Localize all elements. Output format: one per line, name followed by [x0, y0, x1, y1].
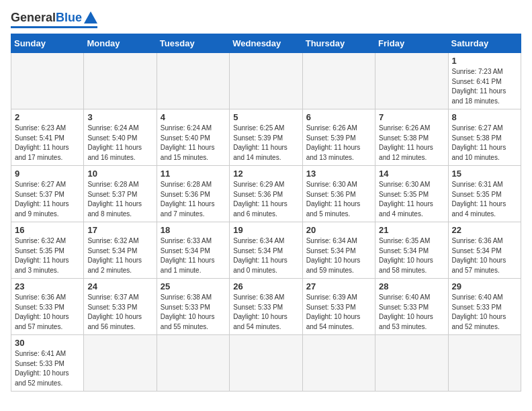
day-number: 8 — [452, 112, 517, 122]
calendar-week-row: 9Sunrise: 6:27 AM Sunset: 5:37 PM Daylig… — [11, 166, 521, 222]
day-number: 28 — [379, 281, 444, 291]
calendar-day-cell: 24Sunrise: 6:37 AM Sunset: 5:33 PM Dayli… — [84, 279, 157, 335]
day-number: 29 — [452, 281, 517, 291]
calendar-day-cell: 16Sunrise: 6:32 AM Sunset: 5:35 PM Dayli… — [11, 222, 84, 279]
day-info: Sunrise: 6:24 AM Sunset: 5:40 PM Dayligh… — [87, 124, 152, 163]
calendar-day-cell — [84, 335, 157, 392]
day-info: Sunrise: 7:23 AM Sunset: 6:41 PM Dayligh… — [452, 67, 517, 106]
calendar-day-cell — [230, 53, 302, 109]
calendar-day-cell: 27Sunrise: 6:39 AM Sunset: 5:33 PM Dayli… — [302, 279, 375, 335]
day-number: 21 — [379, 225, 444, 235]
day-number: 7 — [379, 112, 444, 122]
day-info: Sunrise: 6:39 AM Sunset: 5:33 PM Dayligh… — [306, 293, 371, 332]
day-info: Sunrise: 6:27 AM Sunset: 5:37 PM Dayligh… — [15, 180, 80, 219]
day-number: 10 — [87, 169, 152, 179]
calendar-day-cell — [375, 53, 448, 109]
day-info: Sunrise: 6:29 AM Sunset: 5:36 PM Dayligh… — [233, 180, 298, 219]
calendar-day-cell — [448, 335, 521, 392]
logo-underline — [11, 26, 97, 28]
day-number: 16 — [15, 225, 80, 235]
calendar-day-cell: 19Sunrise: 6:34 AM Sunset: 5:34 PM Dayli… — [230, 222, 302, 279]
calendar-week-row: 23Sunrise: 6:36 AM Sunset: 5:33 PM Dayli… — [11, 279, 521, 335]
day-info: Sunrise: 6:41 AM Sunset: 5:33 PM Dayligh… — [15, 349, 80, 388]
calendar-day-cell — [11, 53, 84, 109]
day-info: Sunrise: 6:32 AM Sunset: 5:34 PM Dayligh… — [87, 236, 152, 275]
calendar-week-row: 2Sunrise: 6:23 AM Sunset: 5:41 PM Daylig… — [11, 109, 521, 166]
calendar-day-cell: 12Sunrise: 6:29 AM Sunset: 5:36 PM Dayli… — [230, 166, 302, 222]
calendar-week-row: 16Sunrise: 6:32 AM Sunset: 5:35 PM Dayli… — [11, 222, 521, 279]
day-number: 9 — [15, 169, 80, 179]
day-header-saturday: Saturday — [448, 34, 521, 53]
day-info: Sunrise: 6:37 AM Sunset: 5:33 PM Dayligh… — [87, 293, 152, 332]
calendar-day-cell: 5Sunrise: 6:25 AM Sunset: 5:39 PM Daylig… — [230, 109, 302, 166]
day-number: 20 — [306, 225, 371, 235]
day-number: 12 — [233, 169, 298, 179]
day-number: 11 — [161, 169, 226, 179]
calendar-day-cell: 3Sunrise: 6:24 AM Sunset: 5:40 PM Daylig… — [84, 109, 157, 166]
day-number: 27 — [306, 281, 371, 291]
day-info: Sunrise: 6:32 AM Sunset: 5:35 PM Dayligh… — [15, 236, 80, 275]
day-number: 25 — [161, 281, 226, 291]
logo-triangle-icon — [84, 11, 97, 24]
calendar-day-cell: 1Sunrise: 7:23 AM Sunset: 6:41 PM Daylig… — [448, 53, 521, 109]
calendar-week-row: 30Sunrise: 6:41 AM Sunset: 5:33 PM Dayli… — [11, 335, 521, 392]
calendar-day-cell: 20Sunrise: 6:34 AM Sunset: 5:34 PM Dayli… — [302, 222, 375, 279]
calendar-day-cell — [302, 53, 375, 109]
day-info: Sunrise: 6:28 AM Sunset: 5:37 PM Dayligh… — [87, 180, 152, 219]
day-number: 24 — [87, 281, 152, 291]
day-info: Sunrise: 6:31 AM Sunset: 5:35 PM Dayligh… — [452, 180, 517, 219]
day-number: 2 — [15, 112, 80, 122]
calendar-day-cell: 18Sunrise: 6:33 AM Sunset: 5:34 PM Dayli… — [157, 222, 229, 279]
calendar-day-cell — [157, 53, 229, 109]
calendar-header-row: SundayMondayTuesdayWednesdayThursdayFrid… — [11, 34, 521, 53]
calendar-day-cell: 26Sunrise: 6:38 AM Sunset: 5:33 PM Dayli… — [230, 279, 302, 335]
calendar-day-cell: 11Sunrise: 6:28 AM Sunset: 5:36 PM Dayli… — [157, 166, 229, 222]
day-info: Sunrise: 6:26 AM Sunset: 5:39 PM Dayligh… — [306, 124, 371, 163]
day-header-sunday: Sunday — [11, 34, 84, 53]
day-info: Sunrise: 6:34 AM Sunset: 5:34 PM Dayligh… — [233, 236, 298, 275]
calendar-day-cell: 28Sunrise: 6:40 AM Sunset: 5:33 PM Dayli… — [375, 279, 448, 335]
calendar-day-cell — [375, 335, 448, 392]
day-header-wednesday: Wednesday — [230, 34, 302, 53]
calendar-day-cell: 15Sunrise: 6:31 AM Sunset: 5:35 PM Dayli… — [448, 166, 521, 222]
calendar-day-cell: 25Sunrise: 6:38 AM Sunset: 5:33 PM Dayli… — [157, 279, 229, 335]
calendar-day-cell: 7Sunrise: 6:26 AM Sunset: 5:38 PM Daylig… — [375, 109, 448, 166]
header: General Blue — [11, 11, 521, 28]
calendar-day-cell: 21Sunrise: 6:35 AM Sunset: 5:34 PM Dayli… — [375, 222, 448, 279]
day-info: Sunrise: 6:23 AM Sunset: 5:41 PM Dayligh… — [15, 124, 80, 163]
day-number: 19 — [233, 225, 298, 235]
calendar-day-cell: 14Sunrise: 6:30 AM Sunset: 5:35 PM Dayli… — [375, 166, 448, 222]
day-info: Sunrise: 6:36 AM Sunset: 5:34 PM Dayligh… — [452, 236, 517, 275]
day-number: 23 — [15, 281, 80, 291]
day-info: Sunrise: 6:25 AM Sunset: 5:39 PM Dayligh… — [233, 124, 298, 163]
day-number: 5 — [233, 112, 298, 122]
day-number: 3 — [87, 112, 152, 122]
logo-blue-text: Blue — [56, 11, 82, 25]
calendar-day-cell: 13Sunrise: 6:30 AM Sunset: 5:36 PM Dayli… — [302, 166, 375, 222]
day-info: Sunrise: 6:27 AM Sunset: 5:38 PM Dayligh… — [452, 124, 517, 163]
calendar-day-cell: 22Sunrise: 6:36 AM Sunset: 5:34 PM Dayli… — [448, 222, 521, 279]
day-info: Sunrise: 6:40 AM Sunset: 5:33 PM Dayligh… — [379, 293, 444, 332]
day-number: 30 — [15, 338, 80, 348]
day-number: 14 — [379, 169, 444, 179]
day-number: 26 — [233, 281, 298, 291]
day-info: Sunrise: 6:38 AM Sunset: 5:33 PM Dayligh… — [161, 293, 226, 332]
day-header-tuesday: Tuesday — [157, 34, 229, 53]
calendar-day-cell: 10Sunrise: 6:28 AM Sunset: 5:37 PM Dayli… — [84, 166, 157, 222]
calendar: SundayMondayTuesdayWednesdayThursdayFrid… — [11, 34, 521, 392]
calendar-day-cell: 30Sunrise: 6:41 AM Sunset: 5:33 PM Dayli… — [11, 335, 84, 392]
day-info: Sunrise: 6:40 AM Sunset: 5:33 PM Dayligh… — [452, 293, 517, 332]
calendar-day-cell: 6Sunrise: 6:26 AM Sunset: 5:39 PM Daylig… — [302, 109, 375, 166]
calendar-day-cell: 4Sunrise: 6:24 AM Sunset: 5:40 PM Daylig… — [157, 109, 229, 166]
day-number: 18 — [161, 225, 226, 235]
day-info: Sunrise: 6:34 AM Sunset: 5:34 PM Dayligh… — [306, 236, 371, 275]
calendar-day-cell: 2Sunrise: 6:23 AM Sunset: 5:41 PM Daylig… — [11, 109, 84, 166]
calendar-day-cell — [84, 53, 157, 109]
day-number: 17 — [87, 225, 152, 235]
day-info: Sunrise: 6:30 AM Sunset: 5:35 PM Dayligh… — [379, 180, 444, 219]
logo-general-text: General — [11, 11, 56, 25]
day-info: Sunrise: 6:35 AM Sunset: 5:34 PM Dayligh… — [379, 236, 444, 275]
day-info: Sunrise: 6:36 AM Sunset: 5:33 PM Dayligh… — [15, 293, 80, 332]
day-header-monday: Monday — [84, 34, 157, 53]
day-number: 13 — [306, 169, 371, 179]
